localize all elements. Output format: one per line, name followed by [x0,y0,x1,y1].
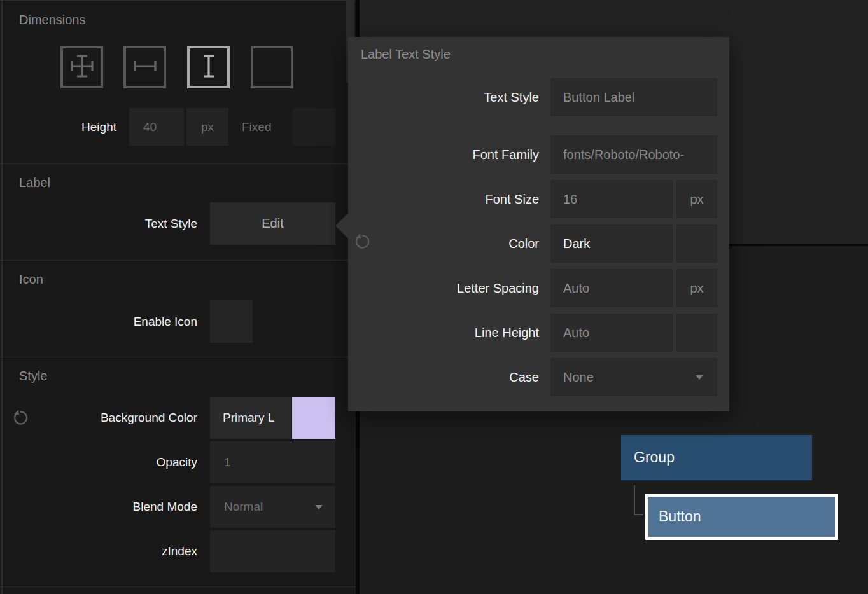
editor-window: Group Button Dimensions [0,0,868,594]
section-divider [0,0,356,1]
popup-case-select[interactable]: None [550,358,717,396]
icon-section-title: Icon [19,272,43,287]
size-width-height-icon [70,54,94,81]
popup-text-style-input[interactable]: Button Label [550,78,717,116]
opacity-label: Opacity [0,441,197,483]
background-color-token-button[interactable]: Primary L [210,397,291,439]
blend-mode-label: Blend Mode [0,486,197,528]
popup-case-label: Case [348,358,539,396]
background-color-label: Background Color [0,397,197,439]
popup-font-size-input[interactable]: 16 [550,180,673,218]
popup-color-unit-box[interactable] [676,224,717,263]
button-node-label: Button [659,508,701,525]
popup-letter-spacing-input[interactable]: Auto [550,269,673,307]
blend-mode-select[interactable]: Normal [210,486,335,528]
background-color-swatch[interactable] [292,397,335,439]
fixed-label: Fixed [242,108,271,146]
opacity-input[interactable]: 1 [210,441,335,483]
tree-connector-horizontal [634,514,643,515]
section-divider [0,586,356,587]
popup-text-style-label: Text Style [348,78,539,116]
label-section-title: Label [19,176,50,190]
popup-title: Label Text Style [361,47,451,62]
popup-font-size-unit-select[interactable]: px [676,180,717,218]
height-unit-select[interactable]: px [186,108,228,146]
popup-line-height-label: Line Height [348,314,539,352]
popup-font-size-label: Font Size [348,180,539,218]
popup-line-height-input[interactable]: Auto [550,314,673,352]
popup-font-family-input[interactable]: fonts/Roboto/Roboto- [550,135,717,174]
zindex-input[interactable] [210,530,335,572]
popup-anchor-arrow [335,213,348,238]
size-width-icon [133,54,157,81]
section-divider [0,163,356,164]
group-node[interactable]: Group [621,435,812,480]
popup-letter-spacing-label: Letter Spacing [348,269,539,307]
popup-line-height-unit-box[interactable] [676,314,717,352]
section-divider [0,260,356,261]
popup-letter-spacing-unit-select[interactable]: px [676,269,717,307]
height-input[interactable]: 40 [129,108,184,146]
fixed-checkbox[interactable] [293,108,335,146]
size-height-button[interactable] [187,46,230,88]
style-section-title: Style [19,369,47,383]
tree-connector-vertical [634,485,635,515]
group-node-label: Group [634,449,675,466]
section-divider [0,357,356,357]
size-free-button[interactable] [251,46,293,88]
height-label: Height [0,108,116,146]
blend-mode-value: Normal [224,500,263,513]
size-height-icon [197,54,221,81]
enable-icon-checkbox[interactable] [210,300,253,343]
button-node-selected[interactable]: Button [645,494,838,540]
popup-case-value: None [563,370,594,384]
properties-panel: Dimensions [0,0,356,594]
text-style-label: Text Style [0,202,197,245]
enable-icon-label: Enable Icon [0,300,197,343]
popup-font-family-label: Font Family [348,135,539,174]
size-width-height-button[interactable] [60,46,103,88]
label-text-style-popup: Label Text Style Text Style Button Label… [348,37,729,411]
zindex-label: zIndex [0,530,197,572]
dimensions-section-title: Dimensions [19,13,85,27]
chevron-down-icon [696,375,703,380]
chevron-down-icon [315,505,323,509]
popup-color-label: Color [348,224,539,263]
size-width-button[interactable] [123,46,166,88]
popup-color-input[interactable]: Dark [550,224,673,263]
edit-text-style-button[interactable]: Edit [210,202,335,245]
